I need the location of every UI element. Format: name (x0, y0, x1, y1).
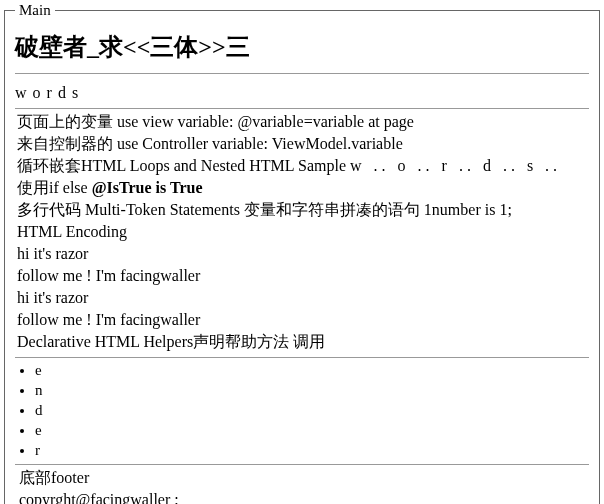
letters-list: e n d e r (15, 360, 589, 460)
page-heading: 破壁者_求<<三体>>三 (15, 31, 589, 63)
body-line: 页面上的变量 use view variable: @variable=vari… (17, 111, 589, 133)
body-line: 循环嵌套HTML Loops and Nested HTML Sample w … (17, 155, 589, 177)
fieldset-legend: Main (15, 2, 55, 19)
list-item: d (35, 400, 589, 420)
body-line: Declarative HTML Helpers声明帮助方法 调用 (17, 331, 589, 353)
footer-block: 底部footer copyrght@facingwaller ; (15, 464, 589, 504)
list-item: n (35, 380, 589, 400)
footer-line: 底部footer (19, 467, 589, 489)
body-line: 多行代码 Multi-Token Statements 变量和字符串拼凑的语句 … (17, 199, 589, 221)
section-title: words (15, 84, 589, 102)
body-block: 页面上的变量 use view variable: @variable=vari… (15, 108, 589, 358)
list-item: e (35, 420, 589, 440)
main-fieldset: Main 破壁者_求<<三体>>三 words 页面上的变量 use view … (4, 2, 600, 504)
body-line: HTML Encoding (17, 221, 589, 243)
body-line: 来自控制器的 use Controller variable: ViewMode… (17, 133, 589, 155)
body-line: follow me ! I'm facingwaller (17, 309, 589, 331)
divider (15, 73, 589, 74)
body-line: hi it's razor (17, 287, 589, 309)
body-line: 使用if else @IsTrue is True (17, 177, 589, 199)
list-item: e (35, 360, 589, 380)
body-line: follow me ! I'm facingwaller (17, 265, 589, 287)
list-item: r (35, 440, 589, 460)
body-line: hi it's razor (17, 243, 589, 265)
footer-line: copyrght@facingwaller ; (19, 489, 589, 504)
